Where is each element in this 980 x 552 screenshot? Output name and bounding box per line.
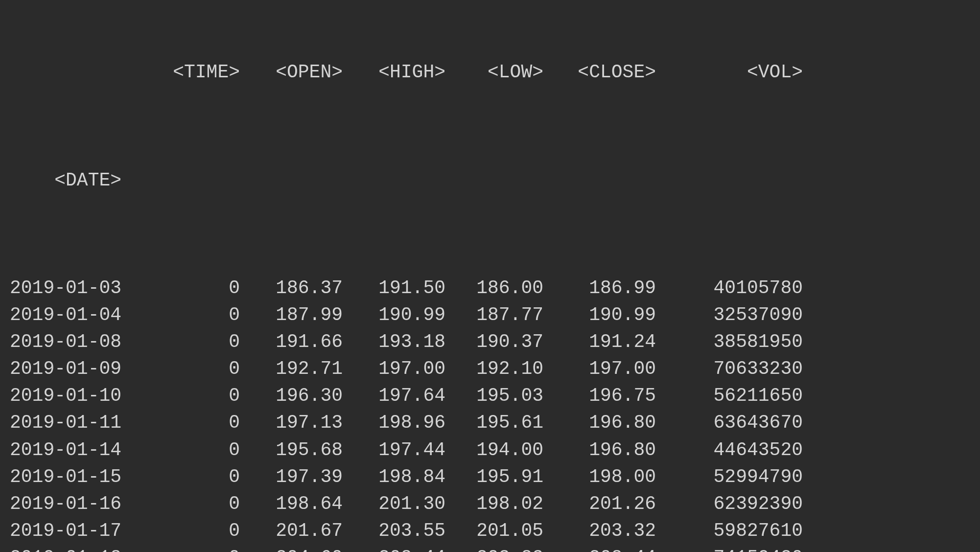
index-label: <DATE> [54, 170, 131, 191]
cell-time: 0 [147, 275, 250, 301]
cell-close: 203.32 [553, 517, 666, 544]
cell-high: 203.55 [352, 517, 455, 544]
table-row: 2019-01-040187.99190.99187.77190.9932537… [10, 301, 970, 328]
index-label-row: <DATE> [10, 139, 970, 220]
cell-date: 2019-01-11 [10, 409, 147, 436]
table-row: 2019-01-100196.30197.64195.03196.7556211… [10, 382, 970, 409]
table-row: 2019-01-090192.71197.00192.10197.0070633… [10, 355, 970, 382]
cell-time: 0 [147, 382, 250, 409]
column-header-vol: <VOL> [666, 59, 813, 86]
cell-close: 196.80 [553, 437, 666, 463]
cell-time: 0 [147, 301, 250, 328]
cell-low: 192.10 [455, 355, 553, 382]
cell-high: 208.44 [352, 544, 455, 552]
cell-date: 2019-01-03 [10, 275, 147, 301]
cell-high: 190.99 [352, 301, 455, 328]
column-header-open: <OPEN> [250, 59, 352, 86]
cell-low: 186.00 [455, 275, 553, 301]
cell-time: 0 [147, 437, 250, 463]
cell-date: 2019-01-17 [10, 517, 147, 544]
cell-close: 208.44 [553, 544, 666, 552]
cell-date: 2019-01-18 [10, 544, 147, 552]
table-row: 2019-01-180204.60208.44203.83208.4474159… [10, 544, 970, 552]
cell-high: 201.30 [352, 490, 455, 517]
cell-low: 203.83 [455, 544, 553, 552]
cell-open: 191.66 [250, 328, 352, 355]
header-blank [10, 59, 147, 86]
cell-time: 0 [147, 544, 250, 552]
cell-time: 0 [147, 328, 250, 355]
column-header-close: <CLOSE> [553, 59, 666, 86]
cell-open: 195.68 [250, 437, 352, 463]
cell-open: 204.60 [250, 544, 352, 552]
cell-date: 2019-01-09 [10, 355, 147, 382]
cell-vol: 62392390 [666, 490, 813, 517]
cell-close: 196.80 [553, 409, 666, 436]
cell-date: 2019-01-04 [10, 301, 147, 328]
cell-close: 191.24 [553, 328, 666, 355]
cell-high: 191.50 [352, 275, 455, 301]
cell-open: 197.39 [250, 463, 352, 490]
table-body: 2019-01-030186.37191.50186.00186.9940105… [10, 275, 970, 552]
cell-open: 197.13 [250, 409, 352, 436]
cell-low: 190.37 [455, 328, 553, 355]
cell-vol: 74159420 [666, 544, 813, 552]
cell-time: 0 [147, 355, 250, 382]
table-header-row: <TIME> <OPEN> <HIGH> <LOW> <CLOSE> <VOL> [10, 59, 970, 86]
cell-close: 197.00 [553, 355, 666, 382]
cell-high: 193.18 [352, 328, 455, 355]
cell-date: 2019-01-10 [10, 382, 147, 409]
cell-open: 187.99 [250, 301, 352, 328]
table-row: 2019-01-160198.64201.30198.02201.2662392… [10, 490, 970, 517]
column-header-low: <LOW> [455, 59, 553, 86]
cell-time: 0 [147, 463, 250, 490]
cell-low: 201.05 [455, 517, 553, 544]
cell-vol: 44643520 [666, 437, 813, 463]
cell-close: 201.26 [553, 490, 666, 517]
cell-low: 195.61 [455, 409, 553, 436]
cell-vol: 70633230 [666, 355, 813, 382]
cell-high: 197.44 [352, 437, 455, 463]
cell-open: 186.37 [250, 275, 352, 301]
cell-date: 2019-01-14 [10, 437, 147, 463]
cell-high: 197.64 [352, 382, 455, 409]
cell-time: 0 [147, 409, 250, 436]
cell-open: 198.64 [250, 490, 352, 517]
cell-date: 2019-01-16 [10, 490, 147, 517]
table-row: 2019-01-030186.37191.50186.00186.9940105… [10, 275, 970, 301]
cell-low: 198.02 [455, 490, 553, 517]
cell-close: 186.99 [553, 275, 666, 301]
table-row: 2019-01-150197.39198.84195.91198.0052994… [10, 463, 970, 490]
cell-open: 201.67 [250, 517, 352, 544]
cell-date: 2019-01-08 [10, 328, 147, 355]
cell-vol: 59827610 [666, 517, 813, 544]
cell-vol: 38581950 [666, 328, 813, 355]
cell-close: 190.99 [553, 301, 666, 328]
cell-low: 195.03 [455, 382, 553, 409]
cell-close: 196.75 [553, 382, 666, 409]
cell-open: 192.71 [250, 355, 352, 382]
cell-time: 0 [147, 490, 250, 517]
cell-high: 198.96 [352, 409, 455, 436]
column-header-high: <HIGH> [352, 59, 455, 86]
cell-date: 2019-01-15 [10, 463, 147, 490]
column-header-time: <TIME> [147, 59, 250, 86]
cell-vol: 63643670 [666, 409, 813, 436]
cell-low: 187.77 [455, 301, 553, 328]
cell-low: 194.00 [455, 437, 553, 463]
cell-high: 198.84 [352, 463, 455, 490]
cell-high: 197.00 [352, 355, 455, 382]
cell-close: 198.00 [553, 463, 666, 490]
cell-vol: 32537090 [666, 301, 813, 328]
table-row: 2019-01-080191.66193.18190.37191.2438581… [10, 328, 970, 355]
table-row: 2019-01-170201.67203.55201.05203.3259827… [10, 517, 970, 544]
table-row: 2019-01-140195.68197.44194.00196.8044643… [10, 437, 970, 463]
cell-vol: 40105780 [666, 275, 813, 301]
cell-vol: 56211650 [666, 382, 813, 409]
cell-vol: 52994790 [666, 463, 813, 490]
cell-time: 0 [147, 517, 250, 544]
table-row: 2019-01-110197.13198.96195.61196.8063643… [10, 409, 970, 436]
cell-low: 195.91 [455, 463, 553, 490]
data-table: <TIME> <OPEN> <HIGH> <LOW> <CLOSE> <VOL>… [10, 5, 970, 552]
cell-open: 196.30 [250, 382, 352, 409]
